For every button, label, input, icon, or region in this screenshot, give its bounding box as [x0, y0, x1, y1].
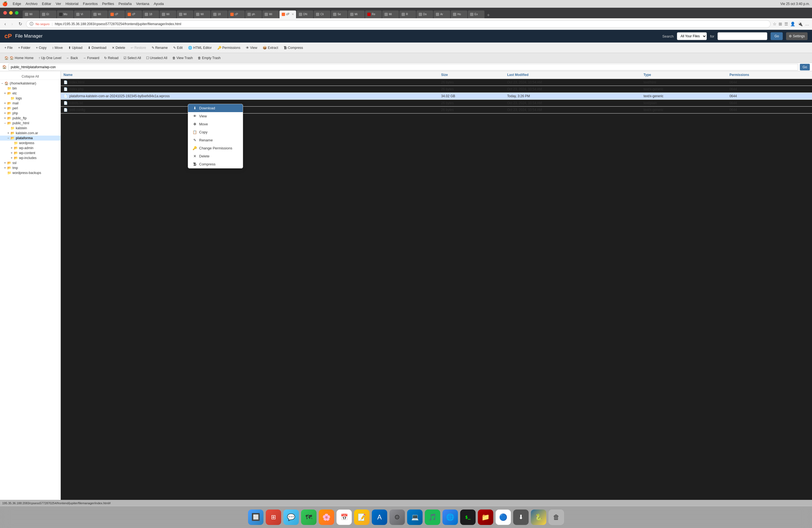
empty-trash-button[interactable]: 🗑 Empty Trash	[195, 55, 223, 61]
tree-toggle[interactable]: +	[10, 151, 14, 155]
tab-ex[interactable]: Ex	[468, 11, 484, 18]
path-go-button[interactable]: Go	[800, 64, 810, 70]
view-button[interactable]: 👁 View	[244, 45, 259, 51]
tab-mo[interactable]: Mo	[57, 11, 73, 18]
new-folder-button[interactable]: + Folder	[16, 45, 33, 51]
tree-item-wordpress[interactable]: 📁 wordpress	[0, 141, 60, 146]
context-rename[interactable]: ✎ Rename	[188, 136, 243, 144]
menu-favoritos[interactable]: Favoritos	[81, 1, 100, 6]
tree-item-etc[interactable]: + 📂 etc	[0, 91, 60, 96]
bookmark-icon[interactable]: ☆	[773, 21, 777, 27]
context-move[interactable]: ✥ Move	[188, 120, 243, 128]
tree-toggle[interactable]: +	[10, 146, 14, 150]
tab-mi1[interactable]: Mi	[348, 11, 365, 18]
tree-toggle[interactable]: +	[3, 116, 7, 120]
tab-re[interactable]: Re	[365, 11, 382, 18]
delete-button[interactable]: ✕ Delete	[110, 45, 127, 51]
context-copy[interactable]: 📋 Copy	[188, 128, 243, 136]
table-row[interactable]: 📄robots.txt 26 bytes Oct 23, 2024, 10:54…	[61, 100, 812, 107]
tab-cp2[interactable]: cP	[126, 11, 142, 18]
forward-nav-button[interactable]: → Forward	[81, 55, 101, 61]
menu-ver[interactable]: Ver	[54, 1, 63, 6]
extract-button[interactable]: 📦 Extract	[260, 45, 280, 51]
menu-edge[interactable]: Edge	[11, 1, 23, 6]
tab-cp1[interactable]: cP	[108, 11, 125, 18]
menu-archivo[interactable]: Archivo	[23, 1, 40, 6]
tree-item-kalstein[interactable]: 📁 kalstein	[0, 126, 60, 131]
tree-item-plataforma[interactable]: − 📂 plataforma	[0, 136, 60, 141]
tree-toggle[interactable]: +	[3, 111, 7, 115]
move-button[interactable]: ↕ Move	[50, 45, 65, 51]
table-row[interactable]: 📄index.php 26 bytes Oct 23, 2024, 10:54 …	[61, 86, 812, 93]
favorites-icon[interactable]: ☰	[784, 21, 788, 27]
tab-r[interactable]: R	[400, 11, 416, 18]
menu-historial[interactable]: Historial	[63, 1, 81, 6]
tab-ho[interactable]: Ho	[451, 11, 467, 18]
search-scope-select[interactable]: All Your Files	[677, 32, 707, 40]
tree-item-mail[interactable]: + 📂 mail	[0, 101, 60, 106]
back-button[interactable]: ‹	[3, 20, 8, 28]
tab-dn[interactable]: DN	[296, 11, 313, 18]
more-icon[interactable]: …	[805, 21, 809, 26]
copy-button[interactable]: + Copy	[34, 45, 48, 51]
refresh-button[interactable]: ↻	[17, 20, 24, 28]
path-input[interactable]	[8, 64, 798, 70]
context-download[interactable]: ⬇ Download	[188, 104, 243, 112]
table-row[interactable]: 📄index.html 26 bytes Oct 23, 2024, 10:54…	[61, 79, 812, 86]
tree-toggle[interactable]: +	[3, 161, 7, 165]
tab-wi3[interactable]: Wi	[160, 11, 176, 18]
context-view[interactable]: 👁 View	[188, 112, 243, 120]
tab-wi6[interactable]: Wi	[262, 11, 279, 18]
tab-18-2[interactable]: 18	[211, 11, 228, 18]
menu-ayuda[interactable]: Ayuda	[151, 1, 166, 6]
col-size[interactable]: Size	[438, 71, 504, 79]
tree-item-php[interactable]: + 📂 php	[0, 111, 60, 116]
tab-wi5[interactable]: Wi	[194, 11, 211, 18]
restore-button[interactable]: ↩ Restore	[128, 45, 148, 51]
tab-cp3[interactable]: cP	[228, 11, 245, 18]
menu-ventana[interactable]: Ventana	[134, 1, 151, 6]
col-name[interactable]: Name	[61, 71, 438, 79]
tab-cli[interactable]: Cli	[314, 11, 330, 18]
reload-button[interactable]: ↻ Reload	[102, 55, 120, 61]
tab-wi1[interactable]: Wi	[23, 11, 39, 18]
tree-item-wp-admin[interactable]: + 📂 wp-admin	[0, 146, 60, 150]
context-delete[interactable]: ✕ Delete	[188, 152, 243, 160]
html-editor-button[interactable]: 🌐 HTML Editor	[186, 45, 214, 51]
maximize-button[interactable]	[15, 11, 18, 15]
permissions-button[interactable]: 🔑 Permissions	[215, 45, 243, 51]
url-bar[interactable]: No seguro | https://195.35.36.188:2083/c…	[26, 20, 771, 28]
minimize-button[interactable]	[9, 11, 13, 15]
tree-toggle[interactable]: −	[0, 82, 4, 85]
tab-18-1[interactable]: 18	[143, 11, 159, 18]
tab-do[interactable]: Do	[417, 11, 433, 18]
col-modified[interactable]: Last Modified	[504, 71, 641, 79]
tab-ar[interactable]: Ar	[434, 11, 450, 18]
search-input[interactable]	[717, 32, 767, 40]
table-row[interactable]: 📄web.config 26 bytes Oct 23, 2024, 10:54…	[61, 107, 812, 114]
unselect-all-button[interactable]: ☐ Unselect All	[144, 55, 170, 61]
tree-toggle[interactable]: +	[10, 156, 14, 160]
forward-button[interactable]: ›	[10, 20, 14, 28]
rename-button[interactable]: ✎ Rename	[149, 45, 170, 51]
tree-toggle[interactable]: −	[3, 121, 7, 125]
tree-toggle[interactable]: −	[6, 136, 11, 140]
tab-wi2[interactable]: Wi	[91, 11, 108, 18]
select-all-button[interactable]: ☑ Select All	[121, 55, 143, 61]
tab-cp-active[interactable]: cP✕	[279, 11, 296, 18]
upload-button[interactable]: ⬆ Upload	[66, 45, 85, 51]
col-type[interactable]: Type	[641, 71, 727, 79]
view-trash-button[interactable]: 🗑 View Trash	[170, 55, 195, 61]
search-go-button[interactable]: Go	[771, 32, 783, 40]
tree-toggle[interactable]: +	[3, 166, 7, 170]
download-button[interactable]: ⬇ Download	[86, 45, 108, 51]
new-file-button[interactable]: + File	[2, 45, 15, 51]
up-one-level-button[interactable]: ↑ Up One Level	[36, 55, 63, 61]
apple-menu[interactable]: 🍎	[2, 1, 8, 6]
extensions-icon[interactable]: 🔌	[798, 21, 803, 27]
collapse-all-button[interactable]: Collapse All	[0, 73, 60, 80]
tree-toggle[interactable]: +	[3, 101, 7, 105]
tab-mi2[interactable]: Mi	[382, 11, 399, 18]
tab-et[interactable]: Et	[40, 11, 56, 18]
home-nav-button[interactable]: 🏠 🏠 HomeHome	[2, 55, 35, 61]
